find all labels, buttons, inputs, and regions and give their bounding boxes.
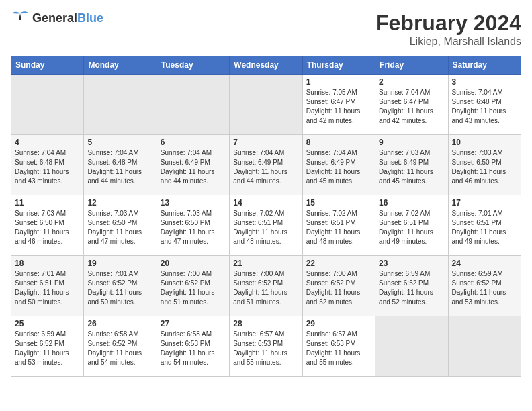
calendar-cell: [11, 75, 84, 135]
calendar-cell: 19Sunrise: 7:01 AMSunset: 6:52 PMDayligh…: [84, 256, 157, 316]
day-number: 9: [379, 138, 444, 147]
calendar-cell: 27Sunrise: 6:58 AMSunset: 6:53 PMDayligh…: [157, 316, 229, 377]
cell-content: 1Sunrise: 7:05 AMSunset: 6:47 PMDaylight…: [306, 77, 371, 126]
sun-info: Sunrise: 7:01 AMSunset: 6:51 PMDaylight:…: [452, 209, 517, 246]
calendar-cell: 5Sunrise: 7:04 AMSunset: 6:48 PMDaylight…: [84, 135, 157, 195]
day-number: 26: [87, 319, 152, 328]
day-number: 16: [379, 198, 444, 208]
cell-content: 8Sunrise: 7:04 AMSunset: 6:49 PMDaylight…: [306, 138, 371, 186]
calendar-cell: 23Sunrise: 6:59 AMSunset: 6:52 PMDayligh…: [375, 256, 448, 316]
sun-info: Sunrise: 7:04 AMSunset: 6:49 PMDaylight:…: [306, 148, 371, 186]
sun-info: Sunrise: 7:01 AMSunset: 6:51 PMDaylight:…: [15, 269, 80, 307]
sun-info: Sunrise: 7:00 AMSunset: 6:52 PMDaylight:…: [161, 269, 226, 307]
day-number: 20: [161, 259, 226, 268]
cell-content: 20Sunrise: 7:00 AMSunset: 6:52 PMDayligh…: [161, 259, 226, 307]
cell-content: 10Sunrise: 7:03 AMSunset: 6:50 PMDayligh…: [452, 138, 517, 186]
day-number: 23: [379, 259, 444, 268]
calendar-week-row: 4Sunrise: 7:04 AMSunset: 6:48 PMDaylight…: [11, 135, 521, 195]
sun-info: Sunrise: 7:04 AMSunset: 6:48 PMDaylight:…: [452, 88, 517, 126]
sun-info: Sunrise: 7:04 AMSunset: 6:49 PMDaylight:…: [161, 148, 226, 186]
calendar-cell: 28Sunrise: 6:57 AMSunset: 6:53 PMDayligh…: [230, 316, 302, 377]
day-number: 18: [15, 259, 80, 268]
day-number: 28: [233, 319, 298, 328]
day-number: 21: [233, 259, 298, 268]
cell-content: 25Sunrise: 6:59 AMSunset: 6:52 PMDayligh…: [15, 319, 80, 367]
day-number: 27: [161, 319, 226, 328]
calendar-cell: 11Sunrise: 7:03 AMSunset: 6:50 PMDayligh…: [11, 195, 84, 256]
calendar-cell: 21Sunrise: 7:00 AMSunset: 6:52 PMDayligh…: [230, 256, 302, 316]
calendar-cell: 26Sunrise: 6:58 AMSunset: 6:52 PMDayligh…: [84, 316, 157, 377]
sun-info: Sunrise: 7:04 AMSunset: 6:48 PMDaylight:…: [87, 148, 152, 186]
calendar-cell: [84, 75, 157, 135]
calendar-cell: 3Sunrise: 7:04 AMSunset: 6:48 PMDaylight…: [448, 75, 521, 135]
cell-content: 5Sunrise: 7:04 AMSunset: 6:48 PMDaylight…: [87, 138, 152, 186]
logo: GeneralBlue: [11, 11, 103, 26]
calendar-week-row: 1Sunrise: 7:05 AMSunset: 6:47 PMDaylight…: [11, 75, 521, 135]
day-number: 3: [452, 77, 517, 87]
sun-info: Sunrise: 7:00 AMSunset: 6:52 PMDaylight:…: [233, 269, 298, 307]
sun-info: Sunrise: 6:58 AMSunset: 6:53 PMDaylight:…: [161, 330, 226, 367]
day-number: 1: [306, 77, 371, 87]
sun-info: Sunrise: 7:04 AMSunset: 6:49 PMDaylight:…: [233, 148, 298, 186]
day-number: 8: [306, 138, 371, 147]
cell-content: 7Sunrise: 7:04 AMSunset: 6:49 PMDaylight…: [233, 138, 298, 186]
sun-info: Sunrise: 7:02 AMSunset: 6:51 PMDaylight:…: [379, 209, 444, 246]
cell-content: 17Sunrise: 7:01 AMSunset: 6:51 PMDayligh…: [452, 198, 517, 246]
sun-info: Sunrise: 6:59 AMSunset: 6:52 PMDaylight:…: [15, 330, 80, 367]
day-number: 15: [306, 198, 371, 208]
cell-content: 27Sunrise: 6:58 AMSunset: 6:53 PMDayligh…: [161, 319, 226, 367]
calendar-cell: 17Sunrise: 7:01 AMSunset: 6:51 PMDayligh…: [448, 195, 521, 256]
calendar-cell: 8Sunrise: 7:04 AMSunset: 6:49 PMDaylight…: [302, 135, 375, 195]
sun-info: Sunrise: 7:03 AMSunset: 6:50 PMDaylight:…: [452, 148, 517, 186]
calendar-cell: [157, 75, 229, 135]
calendar-cell: 7Sunrise: 7:04 AMSunset: 6:49 PMDaylight…: [230, 135, 302, 195]
calendar-cell: 12Sunrise: 7:03 AMSunset: 6:50 PMDayligh…: [84, 195, 157, 256]
day-number: 7: [233, 138, 298, 147]
day-number: 13: [161, 198, 226, 208]
day-number: 12: [87, 198, 152, 208]
cell-content: 22Sunrise: 7:00 AMSunset: 6:52 PMDayligh…: [306, 259, 371, 307]
sun-info: Sunrise: 7:00 AMSunset: 6:52 PMDaylight:…: [306, 269, 371, 307]
day-number: 2: [379, 77, 444, 87]
calendar-cell: 9Sunrise: 7:03 AMSunset: 6:49 PMDaylight…: [375, 135, 448, 195]
calendar-cell: [375, 316, 448, 377]
calendar-cell: 10Sunrise: 7:03 AMSunset: 6:50 PMDayligh…: [448, 135, 521, 195]
calendar-cell: 18Sunrise: 7:01 AMSunset: 6:51 PMDayligh…: [11, 256, 84, 316]
day-number: 14: [233, 198, 298, 208]
sun-info: Sunrise: 6:58 AMSunset: 6:52 PMDaylight:…: [87, 330, 152, 367]
calendar-table: SundayMondayTuesdayWednesdayThursdayFrid…: [11, 56, 521, 377]
sun-info: Sunrise: 7:03 AMSunset: 6:50 PMDaylight:…: [15, 209, 80, 246]
calendar-cell: 29Sunrise: 6:57 AMSunset: 6:53 PMDayligh…: [302, 316, 375, 377]
sun-info: Sunrise: 7:03 AMSunset: 6:49 PMDaylight:…: [379, 148, 444, 186]
cell-content: 15Sunrise: 7:02 AMSunset: 6:51 PMDayligh…: [306, 198, 371, 246]
cell-content: 11Sunrise: 7:03 AMSunset: 6:50 PMDayligh…: [15, 198, 80, 246]
calendar-header: SundayMondayTuesdayWednesdayThursdayFrid…: [11, 56, 521, 75]
cell-content: 24Sunrise: 6:59 AMSunset: 6:52 PMDayligh…: [452, 259, 517, 307]
calendar-body: 1Sunrise: 7:05 AMSunset: 6:47 PMDaylight…: [11, 75, 521, 377]
sun-info: Sunrise: 7:02 AMSunset: 6:51 PMDaylight:…: [233, 209, 298, 246]
calendar-location: Likiep, Marshall Islands: [375, 36, 521, 48]
cell-content: 21Sunrise: 7:00 AMSunset: 6:52 PMDayligh…: [233, 259, 298, 307]
title-area: February 2024 Likiep, Marshall Islands: [375, 11, 521, 48]
day-number: 19: [87, 259, 152, 268]
cell-content: 4Sunrise: 7:04 AMSunset: 6:48 PMDaylight…: [15, 138, 80, 186]
calendar-cell: 13Sunrise: 7:03 AMSunset: 6:50 PMDayligh…: [157, 195, 229, 256]
calendar-title: February 2024: [375, 11, 521, 36]
day-number: 22: [306, 259, 371, 268]
cell-content: 12Sunrise: 7:03 AMSunset: 6:50 PMDayligh…: [87, 198, 152, 246]
cell-content: 19Sunrise: 7:01 AMSunset: 6:52 PMDayligh…: [87, 259, 152, 307]
calendar-cell: 20Sunrise: 7:00 AMSunset: 6:52 PMDayligh…: [157, 256, 229, 316]
logo-text: GeneralBlue: [32, 11, 103, 26]
cell-content: 2Sunrise: 7:04 AMSunset: 6:47 PMDaylight…: [379, 77, 444, 126]
sun-info: Sunrise: 6:57 AMSunset: 6:53 PMDaylight:…: [306, 330, 371, 367]
sun-info: Sunrise: 6:59 AMSunset: 6:52 PMDaylight:…: [452, 269, 517, 307]
day-number: 4: [15, 138, 80, 147]
calendar-cell: 6Sunrise: 7:04 AMSunset: 6:49 PMDaylight…: [157, 135, 229, 195]
cell-content: 14Sunrise: 7:02 AMSunset: 6:51 PMDayligh…: [233, 198, 298, 246]
calendar-cell: 1Sunrise: 7:05 AMSunset: 6:47 PMDaylight…: [302, 75, 375, 135]
weekday-header: Monday: [84, 56, 157, 75]
calendar-week-row: 18Sunrise: 7:01 AMSunset: 6:51 PMDayligh…: [11, 256, 521, 316]
weekday-header: Thursday: [302, 56, 375, 75]
sun-info: Sunrise: 7:05 AMSunset: 6:47 PMDaylight:…: [306, 88, 371, 126]
sun-info: Sunrise: 7:03 AMSunset: 6:50 PMDaylight:…: [161, 209, 226, 246]
